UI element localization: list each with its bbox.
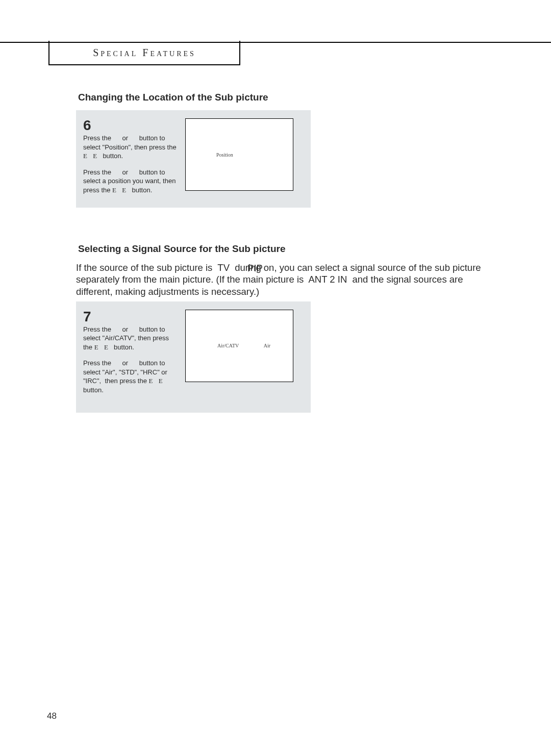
text-button: button. [132, 186, 153, 194]
text-press: Press the [83, 168, 111, 176]
step6-paragraph-1: Press the or button to select "Position"… [83, 134, 178, 161]
text-or: or [122, 325, 129, 333]
text-press: Press the [83, 359, 111, 367]
text-or: or [122, 359, 129, 367]
section2-title: Selecting a Signal Source for the Sub pi… [78, 243, 505, 255]
text-button: button. [114, 343, 134, 351]
step6-paragraph-2: Press the or button to select a position… [83, 168, 178, 195]
step-number-6: 6 [83, 118, 178, 133]
step7-paragraph-1: Press the or button to select "Air/CATV"… [83, 325, 178, 352]
manual-page: Special Features Changing the Location o… [0, 0, 551, 756]
text-or: or [122, 168, 129, 176]
text-press: Press the [83, 325, 111, 333]
body-tv: TV [217, 262, 230, 273]
section1-title: Changing the Location of the Sub picture [78, 92, 505, 103]
overprint-pip: ngPIP [251, 262, 261, 273]
body-ant: ANT 2 IN [309, 274, 347, 285]
text-then-press: then press the [105, 377, 146, 385]
panel-step-6: 6 Press the or button to select "Positio… [76, 110, 311, 208]
enter-glyph: E E [83, 152, 103, 160]
body-text: If the source of the sub picture is [76, 262, 212, 273]
text-button: button. [103, 152, 123, 160]
step7-paragraph-2: Press the or button to select "Air", "ST… [83, 359, 178, 394]
osd-position-label: Position [186, 152, 233, 158]
osd-screen-position: Position [185, 118, 293, 191]
step-number-7: 7 [83, 310, 178, 324]
header-box: Special Features [48, 41, 240, 65]
osd-screen-aircatv: Air/CATV Air [185, 310, 293, 382]
text-press: Press the [83, 134, 111, 142]
osd-aircatv-value: Air [264, 343, 270, 348]
text-button: button. [83, 386, 104, 394]
over-pip: PIP [247, 262, 263, 274]
text-or: or [122, 134, 129, 142]
enter-glyph: E E [112, 186, 132, 194]
page-number: 48 [47, 711, 57, 721]
enter-glyph: E E [94, 343, 114, 351]
osd-aircatv-label: Air/CATV [217, 343, 239, 348]
section2-body: If the source of the sub picture is TV d… [76, 262, 499, 297]
enter-glyph: E E [148, 377, 164, 385]
header-title: Special Features [93, 47, 196, 59]
top-rule [0, 42, 551, 43]
panel-step-7: 7 Press the or button to select "Air/CAT… [76, 301, 311, 413]
